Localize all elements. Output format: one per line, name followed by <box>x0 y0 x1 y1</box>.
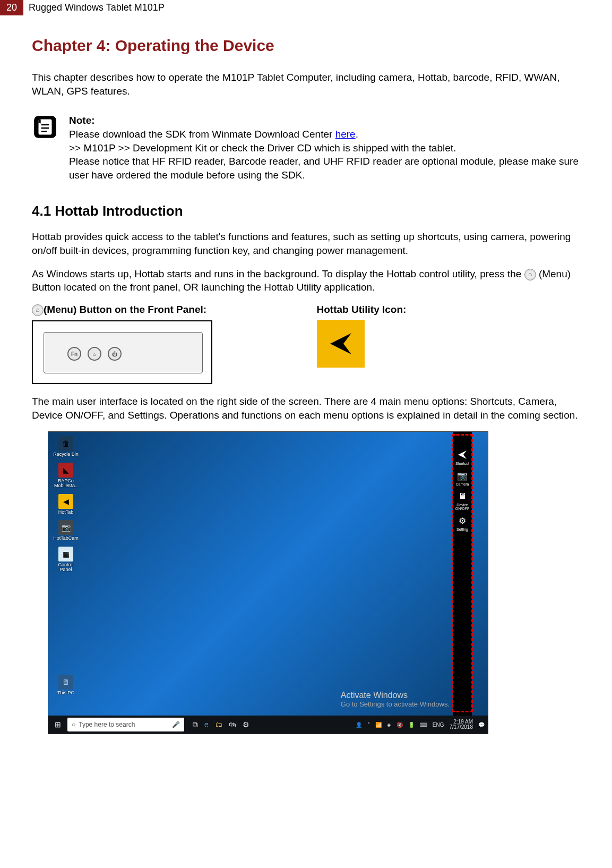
section-title: 4.1 Hottab Introduction <box>32 203 580 219</box>
tray-notifications-icon[interactable]: 💬 <box>478 722 485 728</box>
tray-lang[interactable]: ENG <box>433 722 444 728</box>
sidebar-device[interactable]: 🖥Device ON/OFF <box>454 490 470 510</box>
edge-icon[interactable]: e <box>204 720 209 729</box>
desktop-icon[interactable]: 📷HotTabCam <box>53 520 79 541</box>
panel-btn-power: ⏻ <box>108 347 122 361</box>
search-placeholder: Type here to search <box>79 721 135 728</box>
settings-icon[interactable]: ⚙ <box>243 720 249 729</box>
desktop-icon-thispc[interactable]: 🖥 This PC <box>53 675 79 695</box>
svg-marker-5 <box>330 333 351 354</box>
note-label: Note: <box>69 115 95 126</box>
right-col-label: Hottab Utility Icon: <box>317 304 581 316</box>
tray-battery-icon[interactable]: 🔋 <box>408 722 415 728</box>
tray-volume-icon[interactable]: 🔇 <box>396 722 403 728</box>
panel-btn-home: ⌂ <box>88 347 101 361</box>
start-button[interactable]: ⊞ <box>50 717 65 732</box>
page-header: 20 Rugged Windows Tablet M101P <box>0 0 612 15</box>
sdk-link[interactable]: here <box>335 129 356 140</box>
page-number: 20 <box>0 0 23 15</box>
note-block: Note: Please download the SDK from Winma… <box>32 114 580 182</box>
activate-windows: Activate Windows Go to Settings to activ… <box>341 691 450 708</box>
explorer-icon[interactable]: 🗂 <box>215 720 222 729</box>
note-line3: Please notice that HF RFID reader, Barco… <box>69 156 579 181</box>
doc-title: Rugged Windows Tablet M101P <box>23 0 170 15</box>
tray-up-icon[interactable]: ˄ <box>367 722 370 728</box>
desktop-icon[interactable]: ◀HotTab <box>53 494 79 515</box>
store-icon[interactable]: 🛍 <box>229 720 236 729</box>
para-3: The main user interface is located on th… <box>32 395 580 422</box>
desktop-icon[interactable]: 🗑Recycle Bin <box>53 436 79 457</box>
note-line2: >> M101P >> Development Kit or check the… <box>69 142 456 154</box>
svg-marker-6 <box>458 450 467 459</box>
tray-keyboard-icon[interactable]: ⌨ <box>420 722 427 728</box>
tray-people-icon[interactable]: 👤 <box>356 722 362 728</box>
desktop-screenshot: 🗑Recycle Bin◣BAPCo MobileMa..◀HotTab📷Hot… <box>48 431 488 734</box>
para-2: As Windows starts up, Hottab starts and … <box>32 267 580 294</box>
hottab-utility-icon <box>317 320 365 368</box>
front-panel-image: Fn ⌂ ⏻ <box>32 320 212 384</box>
para-1: Hottab provides quick access to the tabl… <box>32 230 580 257</box>
left-col-label: (Menu) Button on the Front Panel: <box>32 304 296 316</box>
panel-btn-fn: Fn <box>67 347 81 361</box>
tray-network-icon[interactable]: 📶 <box>375 722 382 728</box>
taskview-icon[interactable]: ⧉ <box>193 720 198 729</box>
chapter-intro: This chapter describes how to operate th… <box>32 71 580 98</box>
note-icon <box>32 114 58 142</box>
hottab-sidebar: Shortcut 📷Camera 🖥Device ON/OFF ⚙Setting <box>453 432 472 716</box>
menu-icon <box>32 304 44 316</box>
desktop-icon[interactable]: ▦Control Panel <box>53 547 79 573</box>
sidebar-camera[interactable]: 📷Camera <box>454 470 470 486</box>
chapter-title: Chapter 4: Operating the Device <box>32 37 580 55</box>
sidebar-setting[interactable]: ⚙Setting <box>454 515 470 531</box>
tray-wifi-icon[interactable]: ◈ <box>387 722 391 728</box>
mic-icon[interactable]: 🎤 <box>172 721 180 728</box>
cortana-icon: ○ <box>72 721 75 728</box>
search-bar[interactable]: ○ Type here to search 🎤 <box>67 718 184 731</box>
tray-clock[interactable]: 2:19 AM 7/17/2018 <box>450 719 473 730</box>
taskbar: ⊞ ○ Type here to search 🎤 ⧉ e 🗂 🛍 ⚙ 👤 ˄ … <box>48 716 488 734</box>
menu-icon <box>524 269 536 280</box>
desktop-icon[interactable]: ◣BAPCo MobileMa.. <box>53 463 79 489</box>
note-line1a: Please download the SDK from Winmate Dow… <box>69 129 335 140</box>
sidebar-shortcut[interactable]: Shortcut <box>454 449 470 465</box>
note-line1b: . <box>356 129 358 140</box>
